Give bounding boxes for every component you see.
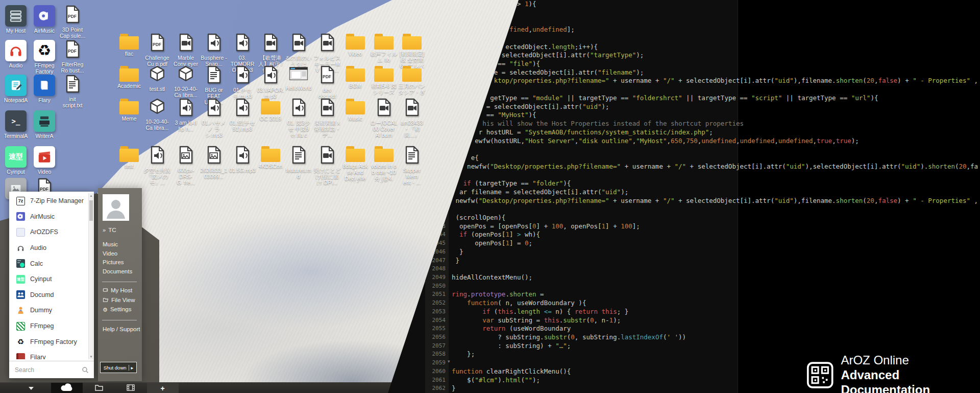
- start-menu-item-calc[interactable]: Calc: [9, 256, 94, 271]
- desktop-app-cyinput[interactable]: 速型Cyinput: [2, 146, 30, 175]
- system-link-my-host[interactable]: My Host: [103, 286, 132, 295]
- place-link-music[interactable]: Music: [103, 241, 118, 247]
- desktop-file[interactable]: 01. 図3少せ 中図9セ.fla c: [285, 98, 312, 138]
- desktop-app-label: NotepadA: [2, 98, 30, 104]
- taskbar: +: [0, 382, 408, 393]
- desktop-file[interactable]: 01.窓(チセ 91).mp3: [229, 98, 256, 132]
- desktop-file[interactable]: 夕空セ共況 『図メのモ』...: [143, 146, 171, 186]
- desktop-file[interactable]: 受けにとど け(伝に面 け DP)...: [313, 146, 341, 186]
- search-icon[interactable]: [82, 366, 89, 374]
- desktop-file[interactable]: 三月のパン タシア・ぎ: [398, 65, 426, 96]
- desktop-file[interactable]: 未初習開 x 管理課題・ デ...: [313, 98, 341, 138]
- desktop-app-video[interactable]: Video: [31, 146, 58, 175]
- start-menu-item-7-zip-file-manager[interactable]: 7z7-Zip File Manager: [9, 193, 94, 209]
- desktop-file[interactable]: 2626833_1 03099...: [200, 146, 228, 180]
- start-menu-item-ffmpeg-factory[interactable]: ♻FFmpeg Factory: [9, 334, 94, 350]
- start-menu-item-ffmpeg[interactable]: FFmpeg: [9, 318, 94, 334]
- desktop-file[interactable]: 01.5G.mp3: [229, 146, 256, 174]
- desktop-file[interactable]: 03.VAPOR.m p3: [257, 65, 284, 100]
- user-name[interactable]: » TC: [103, 227, 116, 233]
- desktop-app-terminala[interactable]: >_TerminalA: [2, 110, 30, 140]
- start-menu-item-documd[interactable]: Documd: [9, 287, 94, 303]
- folderopen-icon: [103, 295, 109, 305]
- desktop-file[interactable]: test.stl: [143, 65, 171, 93]
- desktop-file[interactable]: voices in o b otte ~10分 (@4.同...: [370, 146, 398, 183]
- desktop-app-writera[interactable]: WriterA: [31, 110, 58, 140]
- desktop-file[interactable]: BGM: [341, 65, 369, 89]
- airmusic-icon: [16, 212, 26, 221]
- place-link-documents[interactable]: Documents: [103, 268, 132, 274]
- taskbar-chevron-down-icon[interactable]: [29, 387, 34, 392]
- desktop-app-my-host[interactable]: My Host: [2, 5, 30, 34]
- desktop-file[interactable]: ロー(OCAL 00 Cover Al bum: [370, 98, 398, 138]
- desktop-file-label: HelloWorld: [285, 85, 312, 91]
- desktop-app-label: AirMusic: [31, 28, 58, 34]
- desktop-file[interactable]: PDFdev doc.pdf: [313, 65, 341, 100]
- desktop-app-airmusic[interactable]: AirMusic: [31, 5, 58, 34]
- desktop-file[interactable]: 01.チセチ.m p3: [229, 65, 256, 100]
- start-menu-search[interactable]: Search: [9, 361, 94, 378]
- start-menu-item-label: Calc: [30, 260, 43, 267]
- shutdown-arrow-icon[interactable]: ▸: [129, 365, 134, 371]
- scrollbar-thumb[interactable]: [89, 200, 93, 221]
- system-link-file-view[interactable]: File View: [103, 295, 135, 305]
- start-menu-item-audio[interactable]: Audio: [9, 240, 94, 256]
- desktop-file[interactable]: OC 2019: [257, 98, 284, 122]
- fold-caret-icon[interactable]: ▾: [448, 359, 450, 364]
- desktop-file[interactable]: Video: [341, 33, 369, 57]
- desktop-app-label: init script.txt: [59, 97, 86, 109]
- desktop-file[interactable]: am23433 ・『初回...』: [398, 98, 426, 138]
- start-menu-scrollbar[interactable]: ▲ ▼: [88, 193, 93, 359]
- desktop-file[interactable]: flac: [115, 33, 143, 57]
- calc-icon: [16, 259, 26, 268]
- desktop-file[interactable]: 10-20-40-Ca libra...: [172, 65, 200, 99]
- shutdown-button[interactable]: Shut down ▸: [100, 362, 137, 373]
- desktop-file[interactable]: HelloWorld: [285, 65, 312, 91]
- desktop-file[interactable]: features.md: [285, 146, 312, 180]
- chevron-right-icon: »: [103, 227, 106, 233]
- desktop-app-3d-point-cap-sule-[interactable]: PDF3D Point Cap sule...: [59, 5, 86, 39]
- desktop-app-audio[interactable]: Audio: [2, 40, 30, 69]
- desktop-file[interactable]: Meme: [115, 98, 143, 122]
- desktop-app-notepada[interactable]: NotepadA: [2, 75, 30, 104]
- svg-text:PDF: PDF: [153, 42, 161, 47]
- start-menu-item-airmusic[interactable]: AirMusic: [9, 209, 94, 225]
- desktop-file[interactable]: Academic: [115, 65, 143, 89]
- desktop-file[interactable]: Busphere - Snap...: [200, 33, 228, 67]
- desktop-app-ffmpeg-factory[interactable]: ♻FFmpeg Factory: [31, 40, 58, 75]
- book-icon: [16, 353, 26, 359]
- taskbar-tab-cloud[interactable]: [51, 383, 83, 393]
- system-link-settings[interactable]: ⚙Settings: [103, 305, 131, 314]
- start-menu-item-filary[interactable]: Filary: [9, 350, 94, 359]
- desktop-app-label: Video: [31, 169, 58, 175]
- taskbar-tab-folder[interactable]: [83, 383, 115, 393]
- desktop-file[interactable]: 10-20-40-Ca libra...: [143, 98, 171, 131]
- start-menu-item-cyinput[interactable]: 速型Cyinput: [9, 271, 94, 287]
- scrollbar-down-icon[interactable]: ▼: [89, 355, 93, 358]
- desktop-app-init-script-txt[interactable]: init script.txt: [59, 75, 86, 109]
- desktop-file[interactable]: Supper Mem ent・...: [398, 146, 426, 186]
- scrollbar-up-icon[interactable]: ▲: [89, 194, 93, 197]
- start-menu-item-dummy[interactable]: Dummy: [9, 303, 94, 318]
- place-link-pictures[interactable]: Pictures: [103, 259, 124, 265]
- avatar[interactable]: [103, 194, 129, 221]
- desktop-file[interactable]: 4KDSCon: [257, 146, 284, 170]
- desktop-app-filterreg-ro-bust-[interactable]: PDFFilterReg Ro bust...: [59, 40, 86, 74]
- desktop-file-label: 受けにとど け(伝に面 け DP)...: [313, 168, 341, 186]
- desktop-file[interactable]: 3 am lo-fi hp h...: [172, 98, 200, 132]
- taskbar-tab-plus[interactable]: +: [147, 383, 179, 393]
- desktop-file[interactable]: 歌声フィル ム flo: [370, 33, 398, 63]
- desktop-file[interactable]: 600px-DRS- G_fre...: [172, 146, 200, 186]
- desktop-file[interactable]: Music: [341, 98, 369, 122]
- desktop-app-flary[interactable]: Flary: [31, 75, 58, 104]
- desktop-file[interactable]: 8dags Ack se And Dezi elfe onk'El...: [341, 146, 369, 183]
- desktop-file[interactable]: 初期5-6 図シリーズ: [370, 65, 398, 96]
- taskbar-tab-film[interactable]: [115, 383, 146, 393]
- desktop-file[interactable]: test: [115, 146, 143, 170]
- place-link-video[interactable]: Video: [103, 250, 117, 257]
- desktop-file[interactable]: PDFChallenge Cu p.pdf: [143, 33, 171, 67]
- desktop-file-label: features.md: [285, 168, 312, 180]
- help-support-link[interactable]: Help / Support: [103, 326, 140, 332]
- desktop-file[interactable]: 01.ハサメノ ラシ.mp3: [200, 98, 228, 138]
- start-menu-item-arozdfs[interactable]: ArOZDFS: [9, 224, 94, 240]
